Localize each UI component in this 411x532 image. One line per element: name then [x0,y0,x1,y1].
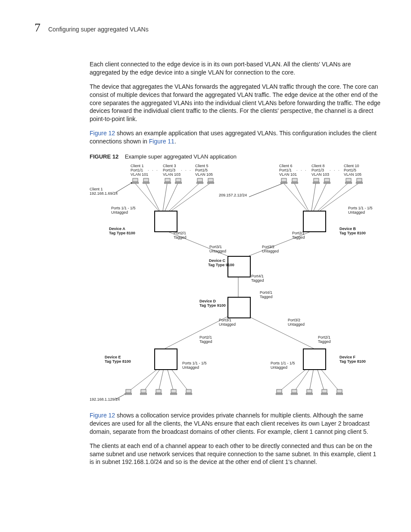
ip-label: Client 1192.168.1.69/24 [90,187,118,196]
client-label: Client 5Port1/5VLAN 105 [195,164,213,177]
svg-rect-32 [143,178,149,182]
page-header: 7 Configuring super aggregated VLANs [34,21,385,34]
port-label: Port2/1Tagged [318,336,331,344]
svg-rect-65 [276,393,283,395]
svg-line-19 [159,368,164,392]
computer-icon [291,389,298,395]
svg-rect-67 [291,393,298,395]
svg-rect-55 [125,393,132,395]
svg-rect-30 [133,178,138,182]
chapter-title: Configuring super aggregated VLANs [48,26,149,33]
client-label: Client 1Port1/1VLAN 101 [131,164,148,177]
computer-icon [356,178,363,184]
computer-icon [336,389,343,395]
chapter-number: 7 [34,21,40,34]
svg-line-17 [128,368,159,392]
svg-line-24 [309,368,314,392]
svg-line-2 [163,183,167,211]
svg-rect-42 [281,178,286,182]
svg-rect-56 [141,389,146,393]
svg-rect-63 [185,393,192,395]
port-label: Port3/1Untagged [219,318,236,327]
svg-line-22 [279,368,307,392]
port-label: Port4/1Tagged [260,291,273,299]
computer-icon [185,389,192,395]
ellipsis: . . . [148,168,158,172]
paragraph: The clients at each end of a channel app… [90,442,381,467]
svg-line-23 [294,368,310,392]
paragraph: Figure 12 shows a collocation service pr… [90,411,381,436]
svg-rect-45 [291,182,298,184]
svg-rect-69 [306,393,313,395]
svg-rect-51 [345,182,352,184]
computer-icon [125,389,132,395]
device-label: Device ETag Type 8100 [105,355,131,364]
port-label: Port2/1Tagged [174,231,187,240]
figure-xref[interactable]: Figure 11 [149,138,174,145]
port-label: Ports 1/1 - 1/5Untagged [271,361,295,370]
svg-line-6 [283,183,307,211]
ellipsis: . . . [296,168,306,172]
paragraph: Figure 12 shows an example application t… [90,129,381,146]
device-box [154,348,177,370]
svg-line-0 [135,183,159,211]
svg-rect-31 [132,182,139,184]
computer-icon [143,178,149,184]
svg-rect-43 [280,182,287,184]
paragraph: Each client connected to the edge device… [90,60,381,77]
svg-rect-66 [292,389,297,393]
svg-rect-33 [143,182,149,184]
computer-icon [132,178,139,184]
device-box [303,211,326,232]
computer-icon [196,178,203,184]
svg-line-9 [314,183,327,211]
svg-rect-36 [176,178,181,182]
svg-rect-46 [314,178,319,182]
svg-line-27 [115,182,133,193]
figure-xref[interactable]: Figure 12 [90,412,115,419]
ip-label: 192.168.1.129/24 [90,398,120,402]
svg-rect-47 [313,182,320,184]
svg-rect-38 [197,178,202,182]
figure-xref[interactable]: Figure 12 [90,130,115,137]
svg-line-3 [165,183,178,211]
svg-line-5 [171,183,210,211]
client-label: Client 6Port1/1VLAN 101 [279,164,297,177]
computer-icon [170,389,177,395]
svg-line-28 [249,182,286,197]
computer-icon [345,178,352,184]
body-content: Each client connected to the edge device… [90,60,381,466]
port-label: Port2/1Tagged [199,336,212,344]
svg-rect-40 [208,178,213,182]
svg-rect-44 [292,178,297,182]
svg-line-10 [318,183,348,211]
svg-rect-68 [307,389,312,393]
computer-icon [280,178,287,184]
svg-rect-49 [324,182,330,184]
svg-line-7 [294,183,308,211]
device-box [303,348,326,370]
figure-diagram: Client 1Port1/1VLAN 101 Client 3Port1/3V… [90,163,374,404]
computer-icon [175,178,182,184]
port-label: Ports 1/1 - 1/5Untagged [348,206,373,215]
svg-rect-71 [321,393,328,395]
port-label: Ports 1/1 - 1/5Untagged [182,361,207,370]
svg-rect-72 [337,389,342,393]
connection-lines [90,163,374,404]
svg-rect-52 [357,178,362,182]
figure-title: Example super aggregated VLAN applicatio… [125,153,237,160]
device-label: Device ATag Type 8100 [109,227,135,236]
device-label: Device CTag Type 9100 [208,259,225,268]
text: . [174,138,176,145]
computer-icon [321,389,328,395]
svg-rect-41 [207,182,214,184]
port-label: Port2/1Tagged [292,231,305,240]
svg-line-15 [165,317,227,348]
svg-line-20 [167,368,174,392]
svg-rect-59 [155,393,162,395]
computer-icon [155,389,162,395]
svg-line-1 [146,183,159,211]
device-box [227,297,251,318]
ip-label: 209.157.2.12/24 [219,193,247,198]
port-label: Port3/2Untagged [262,245,279,254]
